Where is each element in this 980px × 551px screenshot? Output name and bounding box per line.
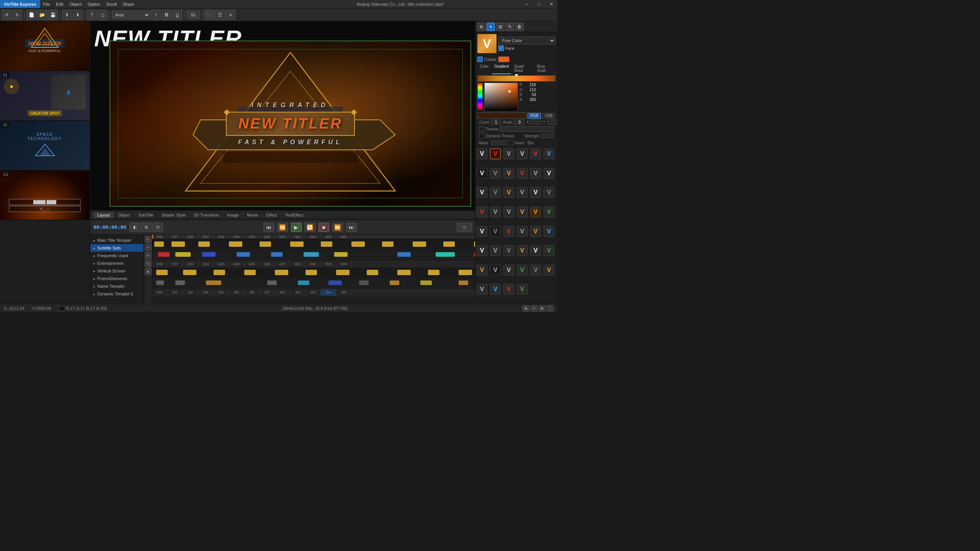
library-main-title[interactable]: ▸ Main Title Templet xyxy=(90,236,144,244)
clip-3-9[interactable] xyxy=(397,270,411,275)
color-type-select[interactable]: Pure Color xyxy=(498,37,555,44)
tab-image[interactable]: Image xyxy=(223,212,243,218)
tool-razor[interactable]: ⌥ xyxy=(145,260,152,267)
color-tab-bmp[interactable]: Bmp Grad xyxy=(535,64,555,74)
library-frequently-used[interactable]: ▸ Frequently Used xyxy=(90,252,144,259)
clip-1-8[interactable] xyxy=(351,241,365,247)
library-vertical-screen[interactable]: ▸ Vertical Screen xyxy=(90,267,144,275)
stop-button[interactable]: ■ xyxy=(318,223,329,232)
right-delete[interactable]: 🗑 xyxy=(515,23,524,31)
mask-toggle[interactable] xyxy=(508,140,513,145)
library-dynamic-templet[interactable]: ▸ Dynamic Templet 0 xyxy=(90,290,144,298)
style-tile-14[interactable]: V xyxy=(503,187,514,198)
font-select[interactable]: Arial xyxy=(112,11,150,19)
texture-toggle[interactable] xyxy=(479,126,484,132)
scrubber-track[interactable]: F06 F07 G01 G02 G03 G04 G05 G06 G07 H01 … xyxy=(152,235,475,239)
face-checkbox[interactable]: ✓ xyxy=(498,46,504,51)
tool-select[interactable]: ↖ xyxy=(145,236,152,243)
go-end-button[interactable]: ⏭ xyxy=(346,223,357,232)
clip-2-1[interactable] xyxy=(158,252,170,257)
clip-4-1[interactable] xyxy=(156,280,164,285)
close-button[interactable]: ✕ xyxy=(545,0,557,8)
right-color-pick[interactable]: ✦ xyxy=(487,23,495,31)
clip-3-2[interactable] xyxy=(183,270,196,275)
clip-1-11[interactable] xyxy=(443,241,455,247)
dynamic-texture-toggle[interactable] xyxy=(479,133,484,139)
shape-tool[interactable]: ◻ xyxy=(98,10,108,20)
color-swatch-orange[interactable] xyxy=(498,56,510,62)
clip-4-9[interactable] xyxy=(420,280,432,285)
import-button[interactable]: ⬇ xyxy=(73,10,83,20)
prev-frame-button[interactable]: ⏪ xyxy=(277,223,288,232)
style-tile-26[interactable]: V xyxy=(503,226,514,237)
style-tile-34[interactable]: V xyxy=(530,245,541,256)
play-button[interactable]: ▶ xyxy=(291,223,302,232)
clip-3-8[interactable] xyxy=(367,270,378,275)
align-right-button[interactable]: ≡ xyxy=(225,10,235,20)
menu-share[interactable]: Share xyxy=(120,0,137,8)
right-grid[interactable]: ⊞ xyxy=(496,23,505,31)
strength-input[interactable] xyxy=(541,134,554,138)
style-tile-13[interactable]: V xyxy=(490,187,501,198)
clip-4-2[interactable] xyxy=(175,280,185,285)
thumb-card-2[interactable]: 02 SPACE TECHNOLOGY xyxy=(0,121,90,171)
clip-4-5[interactable] xyxy=(298,280,309,285)
tab-3d-transform[interactable]: 3D Transform xyxy=(190,212,224,218)
export-button[interactable]: ⬆ xyxy=(62,10,72,20)
clip-2-8[interactable] xyxy=(397,252,411,257)
go-start-button[interactable]: ⏮ xyxy=(263,223,274,232)
thumb-card-1[interactable]: 01 CREATOR SPOT ● 👤 xyxy=(0,71,90,121)
style-tile-6[interactable]: V xyxy=(477,168,487,179)
clip-3-10[interactable] xyxy=(428,270,439,275)
tool-add[interactable]: + xyxy=(145,244,152,251)
clip-1-5[interactable] xyxy=(260,241,271,247)
clip-1-7[interactable] xyxy=(321,241,332,247)
angle-input[interactable] xyxy=(514,119,525,125)
style-tile-38[interactable]: V xyxy=(503,265,514,276)
style-tile-42[interactable]: V xyxy=(477,284,487,295)
style-tile-29[interactable]: V xyxy=(544,226,554,237)
align-center-button[interactable]: ☰ xyxy=(215,10,225,20)
clip-3-4[interactable] xyxy=(244,270,256,275)
minimize-button[interactable]: ─ xyxy=(521,0,533,8)
clip-4-4[interactable] xyxy=(267,280,277,285)
clip-3-11[interactable] xyxy=(459,270,472,275)
italic-button[interactable]: I xyxy=(151,10,161,20)
style-tile-0[interactable]: V xyxy=(477,148,487,159)
tool-zoom[interactable]: ⊕ xyxy=(145,268,152,275)
style-tile-16[interactable]: V xyxy=(530,187,541,198)
clip-2-5[interactable] xyxy=(271,252,283,257)
style-tile-36[interactable]: V xyxy=(477,265,487,276)
align-left-button[interactable]: ⬛ xyxy=(204,10,214,20)
style-tile-4[interactable]: V xyxy=(530,148,541,159)
tab-shader-style[interactable]: Shader Style xyxy=(158,212,190,218)
loop-button[interactable]: 🔁 xyxy=(305,223,315,232)
style-tile-25[interactable]: V xyxy=(490,226,501,237)
style-tile-39[interactable]: V xyxy=(517,265,528,276)
library-promo-elements[interactable]: ▸ PromoElements xyxy=(90,275,144,282)
style-tile-35[interactable]: V xyxy=(544,245,554,256)
status-btn-4[interactable]: ⋮ xyxy=(547,305,554,311)
tab-object[interactable]: Object xyxy=(114,212,134,218)
style-tile-33[interactable]: V xyxy=(517,245,528,256)
style-tile-20[interactable]: V xyxy=(503,207,514,217)
preview-toggle[interactable]: ⊙ xyxy=(457,223,472,232)
clip-4-6[interactable] xyxy=(328,280,342,285)
style-tile-37[interactable]: V xyxy=(490,265,501,276)
style-tile-9[interactable]: V xyxy=(517,168,528,179)
style-tile-5[interactable]: V xyxy=(544,148,554,159)
next-frame-button[interactable]: ⏩ xyxy=(332,223,343,232)
style-tile-44[interactable]: V xyxy=(503,284,514,295)
style-tile-28[interactable]: V xyxy=(530,226,541,237)
font-size-input[interactable] xyxy=(186,11,200,19)
style-tile-40[interactable]: V xyxy=(530,265,541,276)
transport-zoom3[interactable]: ⊡ xyxy=(152,223,163,232)
style-tile-8[interactable]: V xyxy=(503,168,514,179)
open-button[interactable]: 📂 xyxy=(37,10,47,20)
menu-file[interactable]: File xyxy=(40,0,53,8)
gradient-handle[interactable] xyxy=(514,74,518,77)
style-tile-10[interactable]: V xyxy=(530,168,541,179)
style-tile-18[interactable]: V xyxy=(477,207,487,217)
style-tile-15[interactable]: V xyxy=(517,187,528,198)
thumb-card-3[interactable]: G3 █████ ████ R__— xyxy=(0,171,90,220)
